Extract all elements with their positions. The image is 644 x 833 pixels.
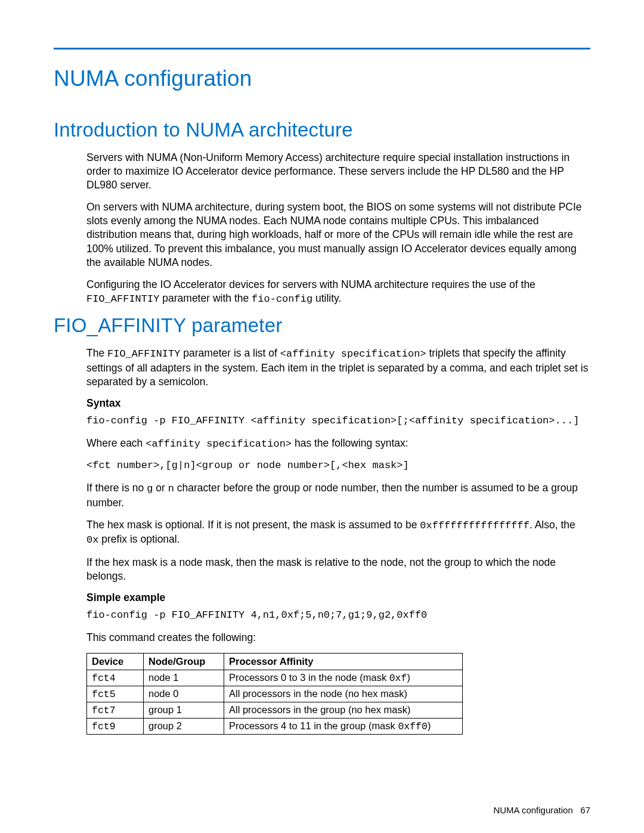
- page-title: NUMA configuration: [54, 66, 590, 91]
- affinity-table-body: fct4 node 1 Processors 0 to 3 in the nod…: [87, 670, 463, 734]
- example-label: Simple example: [86, 592, 590, 604]
- table-row: fct4 node 1 Processors 0 to 3 in the nod…: [87, 670, 463, 686]
- example-intro: This command creates the following:: [86, 631, 590, 645]
- fio-p1: The FIO_AFFINITY parameter is a list of …: [86, 346, 590, 389]
- table-row: fct5 node 0 All processors in the node (…: [87, 686, 463, 702]
- fio-body: The FIO_AFFINITY parameter is a list of …: [86, 346, 590, 735]
- syntax-spec: <fct number>,[g|n]<group or node number>…: [86, 459, 590, 473]
- table-row: fct9 group 2 Processors 4 to 11 in the g…: [87, 718, 463, 734]
- intro-p2: On servers with NUMA architecture, durin…: [86, 200, 590, 269]
- fio-p3: If there is no g or n character before t…: [86, 481, 590, 510]
- footer-label: NUMA configuration: [493, 805, 572, 815]
- intro-p1: Servers with NUMA (Non-Uniform Memory Ac…: [86, 151, 590, 192]
- section-heading-fio: FIO_AFFINITY parameter: [54, 314, 590, 337]
- th-device: Device: [87, 653, 144, 670]
- fio-p4: The hex mask is optional. If it is not p…: [86, 518, 590, 547]
- intro-body: Servers with NUMA (Non-Uniform Memory Ac…: [86, 151, 590, 306]
- th-nodegroup: Node/Group: [144, 653, 224, 670]
- example-block: fio-config -p FIO_AFFINITY 4,n1,0xf;5,n0…: [86, 609, 590, 623]
- fio-p2: Where each <affinity specification> has …: [86, 436, 590, 451]
- table-row: fct7 group 1 All processors in the group…: [87, 702, 463, 718]
- affinity-table: Device Node/Group Processor Affinity fct…: [86, 653, 463, 735]
- syntax-block: fio-config -p FIO_AFFINITY <affinity spe…: [86, 414, 590, 428]
- th-affinity: Processor Affinity: [224, 653, 463, 670]
- footer-page: 67: [580, 805, 590, 815]
- section-heading-intro: Introduction to NUMA architecture: [54, 119, 590, 141]
- syntax-label: Syntax: [86, 397, 590, 410]
- top-rule: [54, 48, 590, 49]
- intro-p3: Configuring the IO Accelerator devices f…: [86, 278, 590, 306]
- fio-p5: If the hex mask is a node mask, then the…: [86, 556, 590, 583]
- page-footer: NUMA configuration 67: [493, 805, 590, 815]
